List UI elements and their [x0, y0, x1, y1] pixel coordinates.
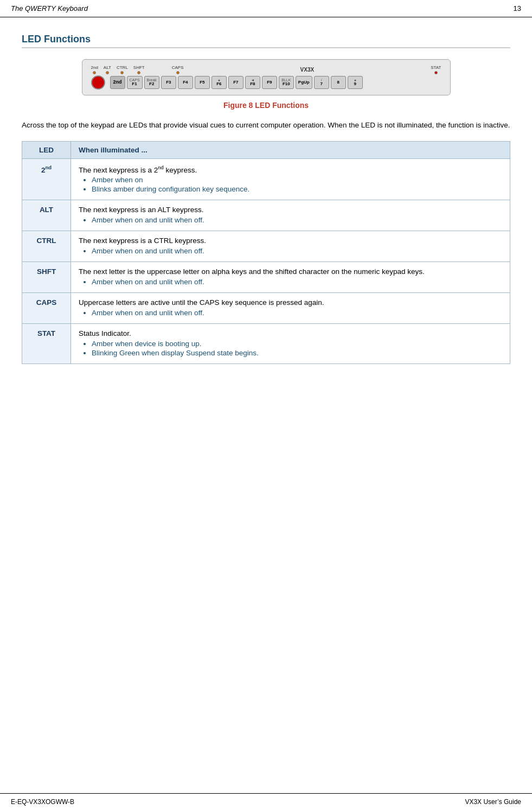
table-row: 2ndThe next keypress is a 2nd keypress.A… — [22, 158, 510, 200]
led-cell-2nd: 2nd — [22, 158, 71, 200]
col-description-header: When illuminated ... — [71, 141, 510, 158]
col-led-header: LED — [22, 141, 71, 158]
bullet-item: Amber when on and unlit when off. — [92, 216, 502, 224]
key-f9-label: F9 — [267, 80, 272, 85]
description-cell-alt: The next keypress is an ALT keypress.Amb… — [71, 200, 510, 231]
key-f10: BLLK F10 — [279, 76, 294, 89]
table-row: CTRLThe next keypress is a CTRL keypress… — [22, 231, 510, 262]
key-9: ● 9 — [348, 76, 363, 89]
footer-left: E-EQ-VX3XOGWW-B — [11, 798, 74, 806]
key-pgup: PgUp — [296, 76, 312, 89]
led-cell-caps: CAPS — [22, 293, 71, 324]
description-cell-shft: The next letter is the uppercase letter … — [71, 262, 510, 293]
led-alt: ALT — [104, 65, 111, 74]
description-cell-ctrl: The next keypress is a CTRL keypress.Amb… — [71, 231, 510, 262]
table-row: CAPSUppercase letters are active until t… — [22, 293, 510, 324]
body-text: Across the top of the keypad are LEDs th… — [22, 119, 510, 131]
key-2nd-label: 2nd — [113, 80, 121, 85]
led-shft: SHFT — [133, 65, 145, 74]
led-cell-shft: SHFT — [22, 262, 71, 293]
key-f3: F3 — [161, 76, 176, 89]
key-f5: F5 — [195, 76, 210, 89]
section-heading: LED Functions — [22, 34, 510, 48]
key-f10-bottom: F10 — [283, 82, 290, 87]
bullet-item: Amber when on — [92, 176, 502, 184]
key-f8-bottom: F8 — [250, 82, 255, 87]
keyboard-illustration: 2nd ALT CTRL SHFT — [22, 59, 510, 95]
bullet-item: Amber when on and unlit when off. — [92, 278, 502, 286]
cell-content-caps: Uppercase letters are active until the C… — [79, 298, 502, 317]
led-caps-label: CAPS — [172, 65, 184, 70]
led-caps: CAPS — [172, 65, 184, 74]
cell-main-text-stat: Status Indicator. — [79, 329, 502, 337]
key-f2: Break F2 — [144, 76, 159, 89]
description-cell-caps: Uppercase letters are active until the C… — [71, 293, 510, 324]
page-footer: E-EQ-VX3XOGWW-B VX3X User’s Guide — [0, 793, 532, 810]
led-ctrl: CTRL — [117, 65, 128, 74]
key-f7-label: F7 — [233, 80, 238, 85]
table-row: SHFTThe next letter is the uppercase let… — [22, 262, 510, 293]
cell-main-text-alt: The next keypress is an ALT keypress. — [79, 206, 502, 214]
keyboard-keys-row: 2nd CAPS F1 Break F2 F3 F4 F5 — [91, 75, 363, 90]
led-shft-label: SHFT — [133, 65, 145, 70]
footer-right: VX3X User’s Guide — [465, 798, 521, 806]
led-ctrl-dot — [120, 71, 124, 74]
led-2nd: 2nd — [91, 65, 98, 74]
led-2nd-dot — [93, 71, 96, 74]
cell-main-text-ctrl: The next keypress is a CTRL keypress. — [79, 237, 502, 245]
key-f9: F9 — [262, 76, 277, 89]
bullet-item: Blinking Green when display Suspend stat… — [92, 349, 502, 357]
bullet-item: Blinks amber during configuration key se… — [92, 185, 502, 193]
led-ctrl-label: CTRL — [117, 65, 128, 70]
page-header: The QWERTY Keyboard 13 — [0, 0, 532, 17]
cell-content-shft: The next letter is the uppercase letter … — [79, 267, 502, 286]
main-content: LED Functions 2nd ALT CTRL — [0, 17, 532, 413]
table-row: ALTThe next keypress is an ALT keypress.… — [22, 200, 510, 231]
led-cell-stat: STAT — [22, 324, 71, 364]
key-f6: ● F6 — [211, 76, 227, 89]
key-pgup-label: PgUp — [298, 80, 310, 85]
cell-main-text-2nd: The next keypress is a 2nd keypress. — [79, 164, 502, 174]
led-alt-label: ALT — [104, 65, 111, 70]
key-2nd: 2nd — [110, 76, 125, 89]
key-f3-label: F3 — [166, 80, 171, 85]
bullet-item: Amber when on and unlit when off. — [92, 247, 502, 255]
led-2nd-label: 2nd — [91, 65, 98, 70]
cell-content-2nd: The next keypress is a 2nd keypress.Ambe… — [79, 164, 502, 194]
table-row: STATStatus Indicator.Amber when device i… — [22, 324, 510, 364]
led-cell-alt: ALT — [22, 200, 71, 231]
header-page-number: 13 — [514, 4, 521, 12]
description-cell-2nd: The next keypress is a 2nd keypress.Ambe… — [71, 158, 510, 200]
cell-content-alt: The next keypress is an ALT keypress.Amb… — [79, 206, 502, 224]
key-f5-label: F5 — [200, 80, 204, 85]
cell-main-text-caps: Uppercase letters are active until the C… — [79, 298, 502, 307]
description-cell-stat: Status Indicator.Amber when device is bo… — [71, 324, 510, 364]
bullet-item: Amber when on and unlit when off. — [92, 309, 502, 317]
key-f6-bottom: F6 — [216, 82, 221, 87]
key-f1-bottom: F1 — [132, 82, 137, 87]
led-alt-dot — [106, 71, 109, 74]
table-header-row: LED When illuminated ... — [22, 141, 510, 158]
figure-caption: Figure 8 LED Functions — [22, 101, 510, 110]
led-shft-dot — [137, 71, 140, 74]
header-title: The QWERTY Keyboard — [11, 4, 88, 12]
cell-content-ctrl: The next keypress is a CTRL keypress.Amb… — [79, 237, 502, 255]
cell-main-text-shft: The next letter is the uppercase letter … — [79, 267, 502, 276]
led-stat: STAT — [431, 65, 441, 74]
cell-content-stat: Status Indicator.Amber when device is bo… — [79, 329, 502, 357]
led-top-row: 2nd ALT CTRL SHFT — [91, 65, 441, 74]
key-f4: F4 — [178, 76, 193, 89]
key-f2-bottom: F2 — [149, 82, 154, 87]
bullet-item: Amber when device is booting up. — [92, 340, 502, 348]
key-f1: CAPS F1 — [127, 76, 143, 89]
key-8-label: 8 — [337, 80, 339, 85]
key-7: / 7 — [314, 76, 329, 89]
key-f7: F7 — [228, 76, 243, 89]
led-stat-dot — [434, 71, 438, 74]
key-7-bottom: 7 — [321, 82, 323, 87]
power-button — [91, 75, 105, 90]
key-f8: ◄ F8 — [245, 76, 260, 89]
led-indicators-left: 2nd ALT CTRL SHFT — [91, 65, 184, 74]
keyboard-image: 2nd ALT CTRL SHFT — [82, 59, 451, 95]
led-table: LED When illuminated ... 2ndThe next key… — [22, 141, 510, 365]
